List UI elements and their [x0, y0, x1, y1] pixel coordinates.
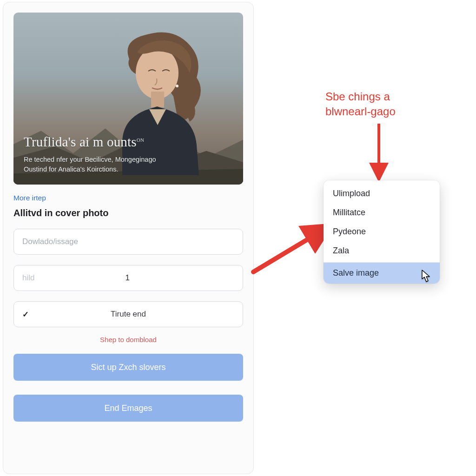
- annotation-arrow-right: [251, 218, 335, 274]
- cover-text: Truflida's ai m ountsON Re teched nfer y…: [24, 134, 233, 174]
- cursor-icon: [421, 270, 431, 283]
- download-field[interactable]: [13, 229, 243, 255]
- svg-rect-1: [151, 92, 164, 107]
- annotation-line2: blwnearl-gago: [325, 105, 396, 118]
- cover-subtitle: Re teched nfer your Becilicve, Mongegina…: [24, 155, 233, 174]
- settings-panel: Truflida's ai m ountsON Re teched nfer y…: [3, 2, 254, 474]
- tirute-end-row[interactable]: ✓ Tirute end: [13, 301, 243, 327]
- section-title: Allitvd in cover photo: [13, 208, 243, 218]
- cover-photo[interactable]: Truflida's ai m ountsON Re teched nfer y…: [13, 13, 243, 185]
- download-input[interactable]: [22, 237, 234, 246]
- secondary-action-button[interactable]: End Emages: [13, 395, 243, 422]
- hild-label: hild: [22, 273, 34, 283]
- hild-value: 1: [34, 273, 220, 283]
- shep-to-download-link[interactable]: Shep to dombload: [13, 336, 243, 344]
- annotation-callout: Sbe chings a blwnearl-gago: [325, 89, 446, 119]
- cover-title: Truflida's ai m ountsON: [24, 134, 233, 150]
- primary-action-button[interactable]: Sict up Zxch slovers: [13, 354, 243, 381]
- more-link[interactable]: More irtep: [13, 194, 46, 202]
- annotation-arrow-down: [372, 124, 386, 179]
- svg-point-0: [136, 47, 178, 99]
- annotation-line1: Sbe chings a: [325, 90, 390, 103]
- menu-item-zala[interactable]: Zala: [324, 241, 440, 260]
- cover-sub-line2: Oustind for Analica's Koirctions.: [24, 165, 118, 173]
- svg-point-2: [176, 85, 178, 87]
- cover-title-text: Truflida's ai m ounts: [24, 134, 137, 149]
- context-menu[interactable]: Ulimpload Millitatce Pydeone Zala Salve …: [324, 180, 440, 284]
- menu-item-pydeone[interactable]: Pydeone: [324, 222, 440, 241]
- menu-item-ulimpload[interactable]: Ulimpload: [324, 184, 440, 203]
- check-icon: ✓: [22, 310, 33, 319]
- menu-item-millitatce[interactable]: Millitatce: [324, 203, 440, 222]
- cover-title-sup: ON: [137, 137, 144, 143]
- hild-field[interactable]: hild 1: [13, 265, 243, 291]
- tirute-end-label: Tirute end: [33, 310, 224, 319]
- cover-sub-line1: Re teched nfer your Becilicve, Mongegina…: [24, 156, 156, 163]
